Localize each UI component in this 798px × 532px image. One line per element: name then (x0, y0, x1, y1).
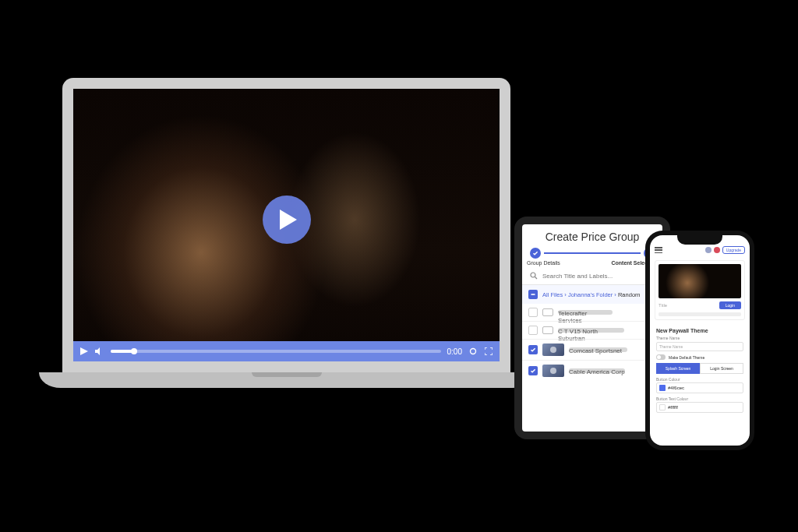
list-item[interactable]: C T V15 North Suburban (522, 321, 662, 339)
folder-icon (542, 326, 553, 334)
tablet-screen: Create Price Group 2 Group Details Conte… (522, 224, 662, 432)
breadcrumb-folder[interactable]: Johanna's Folder (568, 291, 613, 298)
upgrade-button[interactable]: Upgrade (722, 246, 745, 254)
row-checkbox[interactable] (528, 326, 538, 335)
seek-track[interactable] (111, 350, 441, 353)
item-label: C T V15 North Suburban (558, 328, 624, 333)
button-text-colour-input[interactable]: #ffffff (656, 402, 743, 413)
time-elapsed: 0:00 (447, 347, 462, 356)
step-labels: Group Details Content Selection (522, 260, 662, 269)
row-checkbox[interactable] (528, 366, 538, 375)
svg-point-4 (531, 273, 535, 277)
tab-splash[interactable]: Splash Screen (656, 363, 700, 374)
laptop-device: 0:00 (62, 78, 510, 388)
svg-marker-0 (280, 210, 297, 230)
theme-name-input[interactable]: Theme Name (656, 342, 743, 351)
paywall-theme-section: New Paywall Theme Theme Name Theme Name … (650, 325, 750, 416)
settings-icon[interactable] (468, 347, 478, 356)
video-thumbnail (542, 365, 564, 377)
breadcrumb-root[interactable]: All Files (542, 291, 563, 298)
breadcrumb-current: Random (618, 291, 640, 298)
svg-marker-1 (80, 347, 88, 355)
screen-tabs: Splash Screen Login Screen (656, 363, 743, 374)
folder-icon (542, 308, 553, 316)
preview-title-label: Title (659, 303, 667, 308)
colour-swatch (659, 385, 666, 391)
svg-marker-2 (95, 347, 100, 355)
default-theme-label: Make Default Theme (669, 355, 704, 360)
svg-line-5 (535, 277, 538, 280)
svg-rect-6 (531, 294, 535, 295)
phone-header: Upgrade (650, 245, 750, 255)
button-colour-value: #4f6cec (668, 386, 684, 390)
section-title: New Paywall Theme (656, 328, 743, 333)
row-checkbox[interactable] (528, 345, 538, 354)
play-small-icon[interactable] (79, 347, 89, 356)
search-row (522, 269, 662, 284)
volume-icon[interactable] (95, 347, 104, 356)
video-player: 0:00 (73, 89, 500, 361)
phone-screen: Upgrade Title Login New Paywall Theme Th… (650, 235, 750, 446)
fullscreen-icon[interactable] (484, 347, 493, 356)
seek-knob[interactable] (131, 348, 137, 354)
button-text-colour-label: Button Text Colour (656, 396, 743, 401)
button-colour-input[interactable]: #4f6cec (656, 382, 743, 393)
notification-dot-icon (714, 247, 720, 253)
button-text-colour-value: #ffffff (668, 405, 678, 410)
step-one-label: Group Details (527, 260, 560, 266)
list-item[interactable]: Telecrafter Services (522, 304, 662, 321)
play-button[interactable] (263, 196, 311, 244)
row-checkbox[interactable] (528, 308, 538, 317)
select-all-checkbox[interactable] (528, 290, 538, 299)
svg-point-3 (471, 349, 476, 354)
search-icon (530, 272, 538, 280)
step-connector (544, 252, 641, 254)
colour-swatch (659, 404, 666, 410)
preview-placeholder-line (659, 312, 741, 316)
play-icon (280, 210, 297, 230)
item-label: Comcast Sportsnet (569, 347, 627, 352)
preview-card: Title Login (655, 260, 745, 320)
phone-device: Upgrade Title Login New Paywall Theme Th… (645, 231, 754, 450)
video-controls: 0:00 (73, 341, 500, 361)
list-item[interactable]: Comcast Sportsnet (522, 339, 662, 360)
video-thumbnail (542, 344, 564, 356)
default-theme-toggle[interactable] (656, 354, 666, 360)
list-item[interactable]: Cable America Corp (522, 360, 662, 381)
status-dot-icon (705, 247, 711, 253)
item-label: Telecrafter Services (558, 310, 613, 315)
page-title: Create Price Group (522, 224, 662, 246)
breadcrumb: All Files › Johanna's Folder › Random (522, 285, 662, 304)
tab-login[interactable]: Login Screen (700, 363, 743, 374)
login-button[interactable]: Login (719, 301, 741, 309)
button-colour-label: Button Colour (656, 377, 743, 382)
step-one-dot[interactable] (530, 248, 541, 259)
menu-icon[interactable] (655, 247, 662, 253)
phone-notch (677, 235, 722, 245)
item-label: Cable America Corp (569, 368, 625, 373)
laptop-base (39, 372, 534, 388)
theme-name-label: Theme Name (656, 336, 743, 340)
search-input[interactable] (542, 273, 655, 280)
preview-thumbnail (659, 264, 741, 298)
stepper: 2 (522, 246, 662, 260)
laptop-bezel: 0:00 (62, 78, 510, 372)
